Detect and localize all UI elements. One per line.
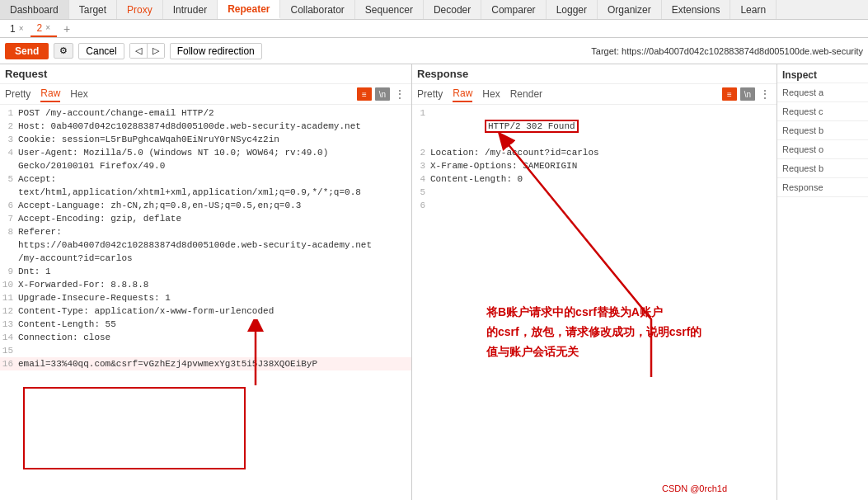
response-icon-btn-2[interactable]: \n: [740, 87, 755, 101]
table-row: 4Content-Length: 0: [412, 172, 777, 186]
response-tab-raw[interactable]: Raw: [453, 86, 472, 102]
response-icon-dots[interactable]: ⋮: [758, 88, 772, 100]
table-row: 2Location: /my-account?id=carlos: [412, 146, 777, 159]
tab-collaborator[interactable]: Collaborator: [280, 0, 354, 19]
table-row: 6Accept-Language: zh-CN,zh;q=0.8,en-US;q…: [0, 199, 411, 212]
response-tab-icons: ≡ \n ⋮: [722, 87, 772, 101]
response-sub-tabs: Pretty Raw Hex Render ≡ \n ⋮: [412, 84, 777, 105]
table-row: 12Content-Type: application/x-www-form-u…: [0, 304, 411, 318]
tab-extensions[interactable]: Extensions: [662, 0, 731, 19]
sub-tabs: 1 × 2 × +: [0, 20, 868, 38]
sub-tab-1[interactable]: 1 ×: [3, 20, 30, 37]
main-area: Request Pretty Raw Hex ≡ \n ⋮ 1POST /my-…: [0, 64, 868, 500]
table-row: Gecko/20100101 Firefox/49.0: [0, 159, 411, 172]
response-tab-hex[interactable]: Hex: [482, 87, 500, 101]
request-tab-pretty[interactable]: Pretty: [5, 87, 30, 101]
response-highlight-302: HTTP/2 302 Found: [485, 120, 579, 133]
table-row: 2Host: 0ab4007d042c102883874d8d005100de.…: [0, 120, 411, 133]
table-row: /my-account?id=carlos: [0, 252, 411, 265]
tab-learn[interactable]: Learn: [730, 0, 777, 19]
new-tab-button[interactable]: +: [57, 20, 77, 37]
annotation-text: 将B账户请求中的csrf替换为A账户的csrf，放包，请求修改成功，说明csrf…: [486, 303, 701, 361]
request-icon-btn-2[interactable]: \n: [375, 87, 390, 101]
table-row: 4User-Agent: Mozilla/5.0 (Windows NT 10.…: [0, 146, 411, 159]
tab-logger[interactable]: Logger: [547, 0, 598, 19]
request-code-area[interactable]: 1POST /my-account/change-email HTTP/2 2H…: [0, 105, 411, 500]
response-tab-pretty[interactable]: Pretty: [417, 87, 443, 101]
response-tab-render[interactable]: Render: [510, 87, 542, 101]
table-row: text/html,application/xhtml+xml,applicat…: [0, 186, 411, 199]
table-row: 11Upgrade-Insecure-Requests: 1: [0, 291, 411, 304]
table-row: 8Referer:: [0, 225, 411, 238]
tab-comparer[interactable]: Comparer: [481, 0, 546, 19]
table-row: 7Accept-Encoding: gzip, deflate: [0, 212, 411, 225]
target-label: Target: https://0ab4007d042c102883874d8d…: [591, 46, 863, 56]
table-row: 13Content-Length: 55: [0, 318, 411, 331]
cancel-button[interactable]: Cancel: [78, 43, 124, 59]
inspector-title: Inspect: [777, 64, 868, 83]
inspector-item-5[interactable]: Response: [777, 178, 868, 197]
response-panel: Response Pretty Raw Hex Render ≡ \n ⋮ 1 …: [412, 64, 777, 500]
tab-target[interactable]: Target: [69, 0, 117, 19]
response-panel-title: Response: [412, 64, 777, 84]
response-code-area[interactable]: 1 HTTP/2 302 Found 2Location: /my-accoun…: [412, 105, 777, 500]
table-row: 1 HTTP/2 302 Found: [412, 106, 777, 146]
table-row: 9Dnt: 1: [0, 265, 411, 278]
table-row: 1POST /my-account/change-email HTTP/2: [0, 106, 411, 120]
inspector-item-4[interactable]: Request b: [777, 159, 868, 178]
table-row: 3Cookie: session=L5rBuPghcaWqah0EiNruY0r…: [0, 133, 411, 146]
highlight-box-request: [23, 387, 246, 469]
table-row: 5Accept:: [0, 172, 411, 186]
table-row: 10X-Forwarded-For: 8.8.8.8: [0, 278, 411, 291]
gear-button[interactable]: ⚙: [54, 43, 73, 59]
request-panel: Request Pretty Raw Hex ≡ \n ⋮ 1POST /my-…: [0, 64, 412, 500]
tab-decoder[interactable]: Decoder: [424, 0, 481, 19]
send-button[interactable]: Send: [5, 43, 49, 59]
tab-organizer[interactable]: Organizer: [598, 0, 662, 19]
tab-proxy[interactable]: Proxy: [117, 0, 163, 19]
tab-dashboard[interactable]: Dashboard: [0, 0, 69, 19]
inspector-item-0[interactable]: Request a: [777, 83, 868, 102]
table-row: 3X-Frame-Options: SAMEORIGIN: [412, 159, 777, 172]
request-tab-raw[interactable]: Raw: [40, 86, 60, 102]
table-row: https://0ab4007d042c102883874d8d005100de…: [0, 238, 411, 252]
follow-redirection-button[interactable]: Follow redirection: [170, 43, 262, 59]
request-tab-icons: ≡ \n ⋮: [357, 87, 406, 101]
tab-repeater[interactable]: Repeater: [218, 0, 280, 19]
inspector-item-2[interactable]: Request b: [777, 121, 868, 140]
tab-sequencer[interactable]: Sequencer: [355, 0, 424, 19]
response-icon-btn-1[interactable]: ≡: [722, 87, 737, 101]
sub-tab-2[interactable]: 2 ×: [30, 20, 58, 37]
request-icon-dots[interactable]: ⋮: [393, 88, 406, 100]
request-sub-tabs: Pretty Raw Hex ≡ \n ⋮: [0, 84, 411, 105]
next-button[interactable]: ▷: [148, 44, 164, 58]
csdn-watermark: CSDN @0rch1d: [662, 483, 727, 493]
inspector-panel: Inspect Request a Request c Request b Re…: [777, 64, 868, 500]
inspector-item-1[interactable]: Request c: [777, 102, 868, 121]
table-row: 14Connection: close: [0, 331, 411, 344]
close-tab-2[interactable]: ×: [45, 23, 50, 32]
table-row: 6: [412, 199, 777, 212]
nav-arrows: ◁ ▷: [129, 43, 165, 59]
nav-tabs: Dashboard Target Proxy Intruder Repeater…: [0, 0, 868, 20]
inspector-item-3[interactable]: Request o: [777, 140, 868, 159]
toolbar: Send ⚙ Cancel ◁ ▷ Follow redirection Tar…: [0, 38, 868, 64]
request-icon-btn-1[interactable]: ≡: [357, 87, 372, 101]
table-row: 16email=33%40qq.com&csrf=vGzhEzj4pvwmexY…: [0, 357, 411, 370]
prev-button[interactable]: ◁: [130, 44, 148, 58]
table-row: 5: [412, 186, 777, 199]
request-tab-hex[interactable]: Hex: [70, 87, 87, 101]
request-panel-title: Request: [0, 64, 411, 84]
tab-intruder[interactable]: Intruder: [163, 0, 218, 19]
table-row: 15: [0, 344, 411, 357]
close-tab-1[interactable]: ×: [19, 24, 24, 33]
